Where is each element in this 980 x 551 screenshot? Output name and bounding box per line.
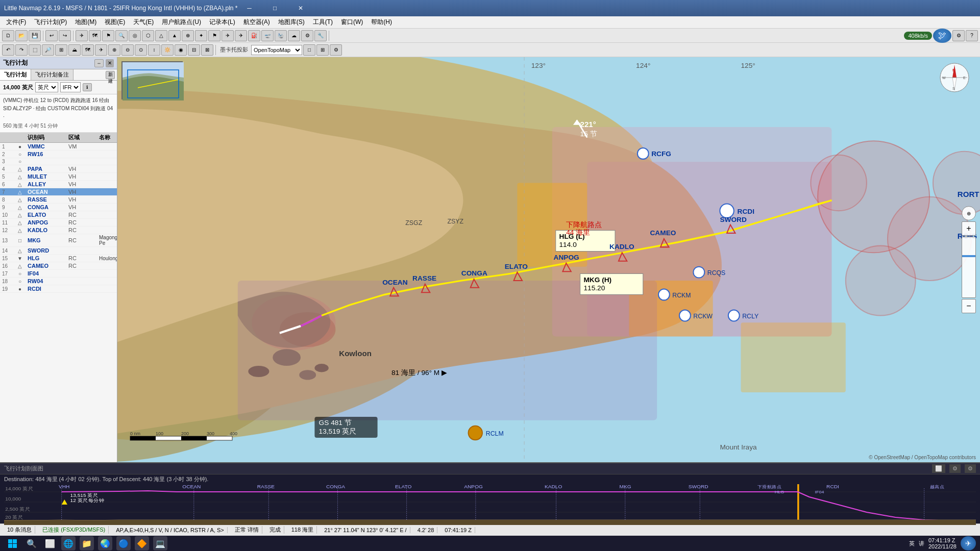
fp-type-select[interactable]: 英尺 <box>35 82 58 92</box>
tb-btn21[interactable]: 🔧 <box>314 30 327 41</box>
fp-row-RW16[interactable]: 2 ○ RW16 <box>0 151 117 158</box>
tb-btn10[interactable]: ▲ <box>168 30 181 41</box>
tb-btn3[interactable]: ✈ <box>76 30 88 41</box>
map-theme-select[interactable]: OpenTopoMap OpenStreetMap <box>251 45 302 55</box>
tb-btn18[interactable]: 🛬 <box>275 30 287 41</box>
fp-close-btn[interactable]: ✕ <box>106 59 114 67</box>
tb-btn8[interactable]: ⬡ <box>142 30 154 41</box>
tb-btn7[interactable]: ◎ <box>129 30 141 41</box>
menu-tools[interactable]: 工具(T) <box>309 17 337 28</box>
taskbar-app2[interactable]: 📁 <box>80 536 94 550</box>
tb2-theme2[interactable]: ⊞ <box>316 44 329 56</box>
tb-btn15[interactable]: ✈ <box>235 30 247 41</box>
fp-icon-btn1[interactable]: ↔ <box>94 59 104 67</box>
taskbar-app6[interactable]: 💻 <box>153 536 167 550</box>
tb2-btn2[interactable]: ↷ <box>15 44 28 56</box>
menu-file[interactable]: 文件(F) <box>2 17 30 28</box>
tb2-btn12[interactable]: ◉ <box>175 44 187 56</box>
tb2-theme1[interactable]: □ <box>303 44 315 56</box>
fp-row-ALLEY[interactable]: 6 △ ALLEY VH <box>0 181 117 188</box>
tb-undo[interactable]: ↩ <box>45 30 58 41</box>
tb2-btn6[interactable]: ⛰ <box>68 44 81 56</box>
start-button[interactable] <box>4 536 20 550</box>
tb-save[interactable]: 💾 <box>29 30 41 41</box>
fp-row-MULET[interactable]: 5 △ MULET VH <box>0 173 117 181</box>
menu-help[interactable]: 帮助(H) <box>367 17 396 28</box>
fp-row-ANPOG[interactable]: 11 △ ANPOG RC <box>0 219 117 227</box>
fp-row-ELATO[interactable]: 10 △ ELATO RC <box>0 211 117 219</box>
fp-flighttype-select[interactable]: IFR VFR <box>60 82 81 92</box>
tb2-zoom-in[interactable]: ⊕ <box>108 44 120 56</box>
tb-btn17[interactable]: 🛫 <box>261 30 274 41</box>
zoom-in-button[interactable]: + <box>962 221 976 236</box>
taskbar-taskview[interactable]: ⬜ <box>43 536 57 550</box>
fp-row-KADLO[interactable]: 12 △ KADLO RC <box>0 227 117 234</box>
fp-row-RW04[interactable]: 18 ○ RW04 <box>0 278 117 285</box>
tb-new[interactable]: 🗋 <box>2 30 14 41</box>
fp-row-HLG[interactable]: 15 ▼ HLG RC Houlong <box>0 255 117 262</box>
tb-open[interactable]: 📂 <box>15 30 28 41</box>
close-button[interactable]: ✕ <box>289 1 312 15</box>
menu-aircraft[interactable]: 航空器(A) <box>239 17 274 28</box>
profile-expand-btn[interactable]: ⬜ <box>932 464 945 473</box>
zoom-out-button[interactable]: − <box>962 299 976 313</box>
tb-redo[interactable]: ↪ <box>59 30 71 41</box>
fp-row-MKG[interactable]: 13 □ MKG RC Magong Pe <box>0 234 117 247</box>
menu-logbook[interactable]: 记录本(L) <box>205 17 239 28</box>
tb-btn16[interactable]: ⛽ <box>248 30 260 41</box>
tb-btn14[interactable]: ✈ <box>222 30 234 41</box>
fp-row-IF04[interactable]: 17 ○ IF04 <box>0 270 117 278</box>
tb2-btn4[interactable]: 🔎 <box>42 44 54 56</box>
profile-settings-btn1[interactable]: ⚙ <box>949 464 961 473</box>
tb2-btn9[interactable]: ⊙ <box>135 44 147 56</box>
tab-fp-remarks[interactable]: 飞行计划备注 <box>31 69 74 80</box>
tb2-zoom-out[interactable]: ⊖ <box>121 44 134 56</box>
tb2-btn1[interactable]: ↶ <box>2 44 14 56</box>
fp-row-OCEAN[interactable]: 7 △ OCEAN VH <box>0 188 117 196</box>
taskbar-app1[interactable]: 🌐 <box>61 536 76 550</box>
fp-row-3[interactable]: 3 ○ <box>0 158 117 165</box>
pan-button[interactable]: ⊕ <box>962 206 976 220</box>
tb-help[interactable]: ? <box>966 30 978 41</box>
tb2-btn14[interactable]: ⊠ <box>201 44 213 56</box>
tb2-theme3[interactable]: ⚙ <box>330 44 342 56</box>
tb-btn13[interactable]: ⚑ <box>208 30 220 41</box>
fp-row-CONGA[interactable]: 9 △ CONGA VH <box>0 204 117 211</box>
menu-weather[interactable]: 天气(E) <box>129 17 158 28</box>
zoom-slider[interactable] <box>962 255 975 257</box>
menu-maplib[interactable]: 地图库(S) <box>274 17 309 28</box>
menu-map[interactable]: 地图(M) <box>71 17 101 28</box>
tb-btn19[interactable]: ☁ <box>288 30 300 41</box>
tab-flightplan[interactable]: 飞行计划 <box>0 69 31 80</box>
tb2-btn8[interactable]: ✈ <box>95 44 107 56</box>
menu-view[interactable]: 视图(E) <box>101 17 129 28</box>
tb2-btn3[interactable]: ⬚ <box>29 44 41 56</box>
fp-row-PAPA[interactable]: 4 △ PAPA VH <box>0 165 117 173</box>
fp-row-CAMEO[interactable]: 16 △ CAMEO RC <box>0 262 117 270</box>
tb2-btn7[interactable]: 🗺 <box>82 44 94 56</box>
fp-row-RASSE[interactable]: 8 △ RASSE VH <box>0 196 117 204</box>
profile-settings-btn2[interactable]: ⚙ <box>965 464 976 473</box>
maximize-button[interactable]: □ <box>263 1 287 15</box>
taskbar-app4[interactable]: 🔵 <box>116 536 131 550</box>
tb-btn4[interactable]: 🗺 <box>89 30 101 41</box>
map-area[interactable]: 221° 15 节 RCFG HLG (L) 114.0 下降航路点 44 海里… <box>117 57 980 462</box>
fp-row-SWORD[interactable]: 14 △ SWORD <box>0 247 117 255</box>
tb-btn9[interactable]: △ <box>155 30 167 41</box>
fp-new-btn[interactable]: 新建 <box>106 71 115 79</box>
tb2-btn13[interactable]: ⊟ <box>188 44 200 56</box>
fp-row-RCDI[interactable]: 19 ● RCDI <box>0 285 117 293</box>
menu-userpoints[interactable]: 用户航路点(U) <box>158 17 205 28</box>
tb2-btn11[interactable]: 🔆 <box>161 44 174 56</box>
tb2-btn10[interactable]: ↕ <box>148 44 160 56</box>
menu-window[interactable]: 窗口(W) <box>337 17 367 28</box>
tb-btn11[interactable]: ⊕ <box>182 30 194 41</box>
tb-btn6[interactable]: 🔍 <box>115 30 128 41</box>
mini-map[interactable] <box>121 61 183 99</box>
minimize-button[interactable]: ─ <box>238 1 261 15</box>
fp-row-VMMC[interactable]: 1 ● VMMC VM <box>0 143 117 151</box>
taskbar-app5[interactable]: 🔶 <box>135 536 149 550</box>
tb2-btn5[interactable]: ⊞ <box>55 44 67 56</box>
taskbar-app3[interactable]: 🌏 <box>98 536 112 550</box>
menu-flightplan[interactable]: 飞行计划(P) <box>30 17 71 28</box>
